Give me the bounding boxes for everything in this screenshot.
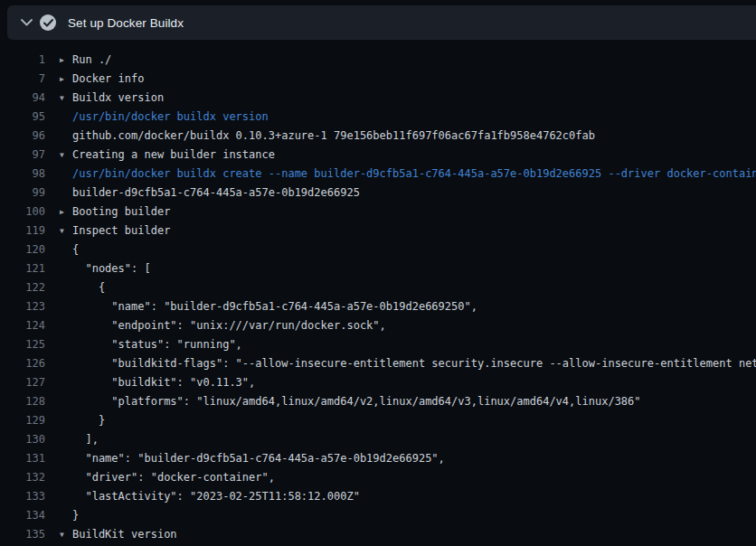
log-line-text: BuildKit version — [72, 525, 177, 544]
line-number[interactable]: 94 — [0, 89, 45, 108]
line-number[interactable]: 96 — [0, 127, 45, 146]
chevron-down-icon[interactable]: ▼ — [60, 146, 72, 165]
line-number[interactable]: 125 — [0, 335, 45, 354]
line-number[interactable]: 121 — [0, 259, 45, 278]
log-row: 124 "endpoint": "unix:///var/run/docker.… — [0, 316, 756, 335]
log-line-text: Docker info — [72, 70, 144, 89]
log-line-text: builder-d9cfb5a1-c764-445a-a57e-0b19d2e6… — [72, 184, 360, 202]
log-group-row[interactable]: 1 ▶ Run ./ — [0, 51, 756, 70]
log-line-text: /usr/bin/docker buildx create --name bui… — [72, 165, 756, 184]
log-line-text: Run ./ — [72, 51, 111, 70]
line-number[interactable]: 122 — [0, 278, 45, 297]
line-number[interactable]: 100 — [0, 202, 45, 221]
log-group-row[interactable]: 94 ▼ Buildx version — [0, 89, 756, 108]
line-number[interactable]: 132 — [0, 468, 45, 487]
arrow-slot — [60, 430, 72, 449]
chevron-right-icon[interactable]: ▶ — [60, 70, 72, 89]
log-row: 130 ], — [0, 430, 756, 449]
log-row: 129 } — [0, 411, 756, 430]
log-line-text: } — [72, 506, 79, 525]
arrow-slot — [60, 354, 72, 373]
chevron-right-icon[interactable]: ▶ — [60, 202, 72, 221]
log-line-text: "name": "builder-d9cfb5a1-c764-445a-a57e… — [72, 449, 445, 468]
arrow-slot — [60, 335, 72, 354]
chevron-right-icon[interactable]: ▶ — [60, 51, 72, 70]
step-header[interactable]: Set up Docker Buildx — [7, 5, 756, 40]
arrow-slot — [60, 506, 72, 525]
arrow-slot — [60, 487, 72, 506]
line-number[interactable]: 123 — [0, 297, 45, 316]
line-number[interactable]: 120 — [0, 240, 45, 259]
log-row: 122 { — [0, 278, 756, 297]
line-number[interactable]: 133 — [0, 487, 45, 506]
log-row: 121 "nodes": [ — [0, 259, 756, 278]
log-line-text: "lastActivity": "2023-02-25T11:58:12.000… — [72, 487, 360, 506]
log-line-text: "platforms": "linux/amd64,linux/amd64/v2… — [72, 392, 641, 411]
log-line-text: "buildkit": "v0.11.3", — [72, 373, 255, 392]
arrow-slot — [60, 165, 72, 184]
log-line-text: "endpoint": "unix:///var/run/docker.sock… — [72, 316, 386, 335]
log-line-text: { — [72, 278, 105, 297]
log-row: 127 "buildkit": "v0.11.3", — [0, 373, 756, 392]
log-row: 133 "lastActivity": "2023-02-25T11:58:12… — [0, 487, 756, 506]
log-row: 99 builder-d9cfb5a1-c764-445a-a57e-0b19d… — [0, 184, 756, 202]
line-number[interactable]: 1 — [0, 51, 45, 70]
arrow-slot — [60, 184, 72, 202]
log-group-row[interactable]: 100 ▶ Booting builder — [0, 202, 756, 221]
chevron-down-icon[interactable]: ▼ — [60, 525, 72, 544]
line-number[interactable]: 95 — [0, 108, 45, 127]
log-line-text: Buildx version — [72, 89, 164, 108]
arrow-slot — [60, 240, 72, 259]
chevron-down-icon[interactable]: ▼ — [60, 89, 72, 108]
log-line-text: Creating a new builder instance — [72, 146, 275, 165]
line-number[interactable]: 130 — [0, 430, 45, 449]
log-group-row[interactable]: 135 ▼ BuildKit version — [0, 525, 756, 544]
log-line-text: } — [72, 411, 105, 430]
success-check-icon — [40, 14, 56, 31]
log-line-text: /usr/bin/docker buildx version — [72, 108, 269, 127]
line-number[interactable]: 128 — [0, 392, 45, 411]
arrow-slot — [60, 373, 72, 392]
log-line-text: github.com/docker/buildx 0.10.3+azure-1 … — [72, 127, 595, 146]
line-number[interactable]: 7 — [0, 70, 45, 89]
log-line-text: "buildkitd-flags": "--allow-insecure-ent… — [72, 354, 756, 373]
arrow-slot — [60, 297, 72, 316]
step-title: Set up Docker Buildx — [68, 16, 184, 30]
log-line-text: Booting builder — [72, 202, 170, 221]
chevron-down-icon[interactable]: ▼ — [60, 221, 72, 240]
arrow-slot — [60, 259, 72, 278]
arrow-slot — [60, 392, 72, 411]
arrow-slot — [60, 411, 72, 430]
log-row: 120 { — [0, 240, 756, 259]
log-group-row[interactable]: 97 ▼ Creating a new builder instance — [0, 146, 756, 165]
log-row: 134 } — [0, 506, 756, 525]
line-number[interactable]: 119 — [0, 221, 45, 240]
log-line-text: "status": "running", — [72, 335, 242, 354]
line-number[interactable]: 135 — [0, 525, 45, 544]
log-row: 95 /usr/bin/docker buildx version — [0, 108, 756, 127]
log-row: 96 github.com/docker/buildx 0.10.3+azure… — [0, 127, 756, 146]
arrow-slot — [60, 127, 72, 146]
line-number[interactable]: 99 — [0, 184, 45, 202]
line-number[interactable]: 134 — [0, 506, 45, 525]
chevron-down-icon[interactable] — [13, 19, 40, 26]
line-number[interactable]: 126 — [0, 354, 45, 373]
line-number[interactable]: 131 — [0, 449, 45, 468]
line-number[interactable]: 124 — [0, 316, 45, 335]
arrow-slot — [60, 316, 72, 335]
log-line-text: { — [72, 240, 79, 259]
line-number[interactable]: 98 — [0, 165, 45, 184]
log-group-row[interactable]: 7 ▶ Docker info — [0, 70, 756, 89]
log-line-text: "name": "builder-d9cfb5a1-c764-445a-a57e… — [72, 297, 477, 316]
log-output: 1 ▶ Run ./ 7 ▶ Docker info 94 ▼ Buildx v… — [0, 40, 756, 546]
line-number[interactable]: 129 — [0, 411, 45, 430]
log-row: 132 "driver": "docker-container", — [0, 468, 756, 487]
arrow-slot — [60, 468, 72, 487]
line-number[interactable]: 127 — [0, 373, 45, 392]
log-group-row[interactable]: 119 ▼ Inspect builder — [0, 221, 756, 240]
arrow-slot — [60, 449, 72, 468]
line-number[interactable]: 97 — [0, 146, 45, 165]
log-row: 126 "buildkitd-flags": "--allow-insecure… — [0, 354, 756, 373]
log-row: 123 "name": "builder-d9cfb5a1-c764-445a-… — [0, 297, 756, 316]
log-row: 98 /usr/bin/docker buildx create --name … — [0, 165, 756, 184]
